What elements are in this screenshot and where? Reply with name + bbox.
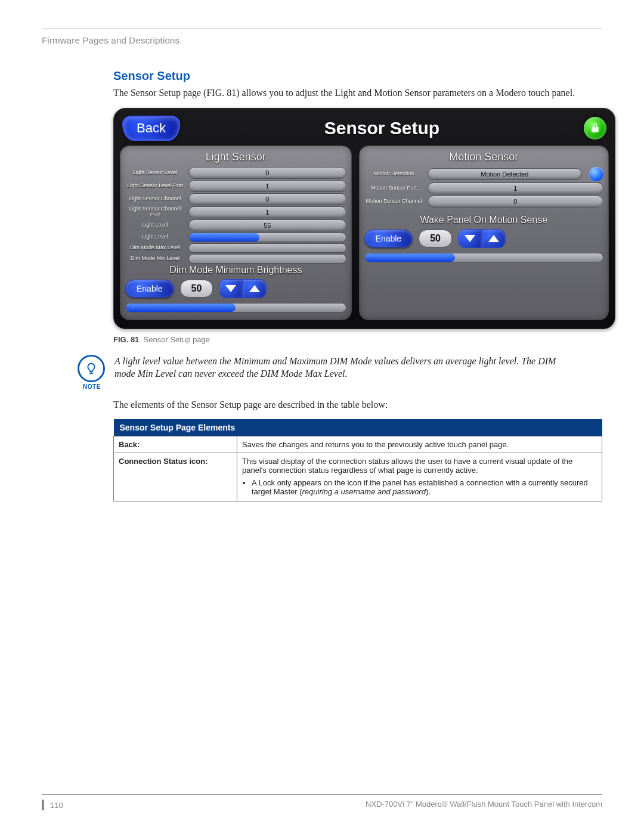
row-motion-detection: Motion Detection Motion Detected (364, 167, 603, 181)
page-number: 110 (50, 801, 63, 810)
wake-down-button[interactable] (458, 229, 482, 248)
sensor-setup-screenshot: Back Sensor Setup Light Sensor Light Sen… (113, 108, 615, 329)
dim-brightness-up-button[interactable] (243, 279, 267, 298)
table-row: Connection Status icon: This visual disp… (114, 453, 602, 501)
wake-enable-button[interactable]: Enable (364, 230, 413, 247)
cell-back-desc: Saves the changes and returns you to the… (237, 436, 602, 453)
value-light-sensor-channel-port: 1 (188, 206, 346, 218)
footer-doc-title: NXD-700Vi 7" Modero® Wall/Flush Mount To… (366, 800, 602, 810)
row-light-sensor-level: Light Sensor Level 0 (125, 167, 346, 179)
intro-paragraph: The Sensor Setup page (FIG. 81) allows y… (113, 86, 602, 100)
light-sensor-header: Light Sensor (125, 151, 346, 163)
elements-table: Sensor Setup Page Elements Back: Saves t… (113, 419, 602, 501)
row-light-level-bar: Light Level (125, 233, 346, 242)
lightbulb-icon (78, 355, 105, 382)
motion-indicator-icon (589, 167, 603, 181)
row-light-sensor-channel: Light Sensor Channel 0 (125, 193, 346, 205)
dim-brightness-down-button[interactable] (219, 279, 243, 298)
triangle-up-icon (488, 235, 499, 242)
table-header: Sensor Setup Page Elements (114, 419, 602, 436)
motion-sensor-card: Motion Sensor Motion Detection Motion De… (359, 145, 609, 320)
lock-icon (589, 122, 601, 134)
wake-up-button[interactable] (482, 229, 506, 248)
wake-panel-header: Wake Panel On Motion Sense (364, 215, 603, 225)
row-dim-max: Dim Mode Max Level (125, 243, 346, 253)
wake-slider[interactable] (364, 253, 603, 262)
motion-sensor-header: Motion Sensor (364, 151, 603, 163)
page-footer: 110 NXD-700Vi 7" Modero® Wall/Flush Moun… (42, 794, 602, 810)
row-dim-min: Dim Mode Min Level (125, 254, 346, 264)
triangle-up-icon (249, 285, 260, 292)
back-button[interactable]: Back (122, 116, 180, 141)
dim-enable-button[interactable]: Enable (125, 280, 174, 298)
dim-brightness-value: 50 (180, 280, 213, 298)
value-light-level: 55 (188, 219, 346, 231)
wake-value: 50 (419, 230, 452, 247)
cell-conn-key: Connection Status icon: (114, 453, 237, 501)
note-icon: NOTE (78, 355, 106, 390)
value-light-sensor-level: 0 (188, 167, 346, 179)
triangle-down-icon (225, 285, 236, 292)
row-motion-sensor-port: Motion Sensor Port 1 (364, 182, 603, 194)
table-intro: The elements of the Sensor Setup page ar… (113, 398, 602, 411)
section-header: Firmware Pages and Descriptions (42, 35, 602, 45)
note-text: A light level value between the Minimum … (114, 355, 568, 380)
dim-brightness-slider[interactable] (125, 303, 346, 312)
value-motion-sensor-channel: 0 (428, 196, 603, 208)
value-light-sensor-channel: 0 (188, 193, 346, 205)
bullet-lock: A Lock only appears on the icon if the p… (252, 478, 597, 496)
value-motion-detection: Motion Detected (428, 168, 582, 180)
heading-sensor-setup: Sensor Setup (113, 69, 602, 83)
panel-title: Sensor Setup (180, 118, 584, 138)
dim-mode-min-brightness-header: Dim Mode Minimum Brightness (125, 265, 346, 275)
row-motion-sensor-channel: Motion Sensor Channel 0 (364, 196, 603, 208)
light-level-slider[interactable] (188, 233, 346, 242)
value-motion-sensor-port: 1 (428, 182, 603, 194)
table-row: Back: Saves the changes and returns you … (114, 436, 602, 453)
dim-mode-min-slider[interactable] (188, 254, 346, 264)
value-light-sensor-level-port: 1 (188, 180, 346, 192)
row-light-sensor-channel-port: Light Sensor Channel Port 1 (125, 206, 346, 218)
light-sensor-card: Light Sensor Light Sensor Level 0 Light … (120, 145, 352, 320)
cell-conn-desc: This visual display of the connection st… (237, 453, 602, 501)
connection-status-icon[interactable] (584, 117, 606, 140)
triangle-down-icon (465, 235, 475, 242)
row-light-sensor-level-port: Light Sensor Level Port 1 (125, 180, 346, 192)
cell-back-key: Back: (114, 436, 237, 453)
figure-caption: FIG. 81 Sensor Setup page (113, 335, 602, 344)
row-light-level-value: Light Level 55 (125, 219, 346, 231)
dim-mode-max-slider[interactable] (188, 243, 346, 253)
